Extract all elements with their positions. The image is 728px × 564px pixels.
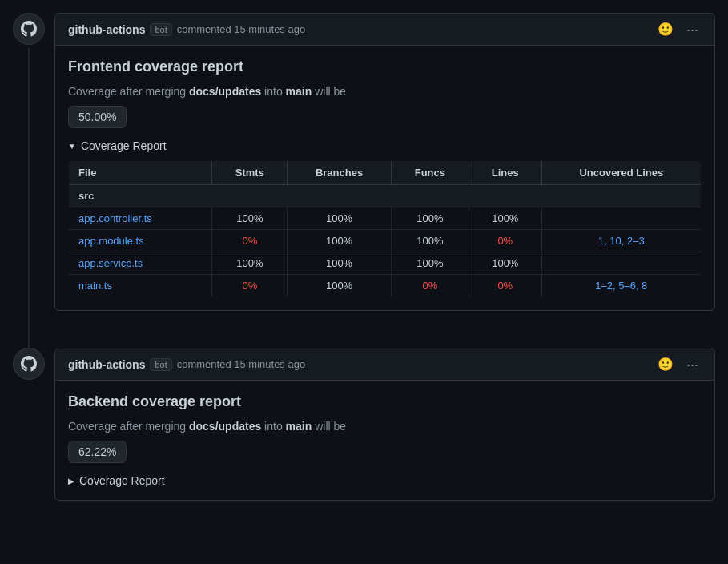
comment-header-left-1: github-actions bot commented 15 minutes … [68,23,305,36]
will-be-2: will be [315,420,346,433]
comment-body-2: Backend coverage report Coverage after m… [55,381,714,500]
left-spacer [13,324,45,348]
username-1: github-actions [68,23,145,36]
emoji-button-1[interactable]: 🙂 [654,20,677,38]
uncovered-link[interactable]: 5–6 [618,280,636,292]
connector-line [28,324,30,348]
details-section-2: ▶ Coverage Report [68,474,702,487]
comment-container-1: github-actions bot commented 15 minutes … [54,13,715,311]
comment-right-1: github-actions bot commented 15 minutes … [54,13,715,311]
comment-container-2: github-actions bot commented 15 minutes … [54,348,715,501]
timeline-left-1 [13,13,45,324]
github-icon-2 [21,356,37,372]
docs-updates-1: docs/updates [189,85,261,98]
triangle-icon-1: ▼ [68,142,76,151]
comment-body-1: Frontend coverage report Coverage after … [55,46,714,310]
coverage-label-1: Coverage after merging [68,85,186,98]
details-summary-2[interactable]: ▶ Coverage Report [68,474,702,487]
table-row: app.module.ts 0% 100% 100% 0% 1, 10, 2–3 [69,230,702,252]
table-row: app.controller.ts 100% 100% 100% 100% [69,207,702,230]
avatar-1 [13,13,45,45]
comment-header-right-1: 🙂 ··· [654,20,702,38]
uncovered-link[interactable]: 8 [642,280,647,292]
table-row: app.service.ts 100% 100% 100% 100% [69,252,702,275]
uncovered-link[interactable]: 10 [609,235,621,247]
coverage-badge-1: 50.00% [68,106,127,128]
more-button-2[interactable]: ··· [683,356,702,373]
more-button-1[interactable]: ··· [683,21,702,38]
coverage-label-2: Coverage after merging [68,420,186,433]
col-file: File [69,161,212,185]
comment-header-1: github-actions bot commented 15 minutes … [55,14,714,46]
timeline-item-2: github-actions bot commented 15 minutes … [0,348,728,514]
comment-right-2: github-actions bot commented 15 minutes … [54,348,715,501]
github-icon-1 [21,21,37,37]
uncovered-link[interactable]: 1–2 [595,280,613,292]
username-2: github-actions [68,358,145,371]
badge-2: bot [150,358,171,371]
comment-meta-2: commented 15 minutes ago [177,358,305,370]
uncovered-link[interactable]: 2–3 [627,235,645,247]
docs-updates-2: docs/updates [189,420,261,433]
main-2: main [286,420,312,433]
col-branches: Branches [288,161,391,185]
avatar-2 [13,348,45,380]
comment-meta-1: commented 15 minutes ago [177,23,305,35]
details-label-2: Coverage Report [79,474,165,487]
col-uncovered: Uncovered Lines [541,161,701,185]
triangle-icon-2: ▶ [68,477,74,485]
between-comments [0,324,728,348]
timeline-item-1: github-actions bot commented 15 minutes … [0,0,728,324]
emoji-button-2[interactable]: 🙂 [654,355,677,373]
badge-1: bot [150,23,171,36]
report-title-1: Frontend coverage report [68,58,702,75]
coverage-line-2: Coverage after merging docs/updates into… [68,420,702,433]
details-label-1: Coverage Report [81,139,167,152]
col-stmts: Stmts [212,161,288,185]
table-row: main.ts 0% 100% 0% 0% 1–2, 5–6, 8 [69,275,702,297]
report-title-2: Backend coverage report [68,393,702,410]
details-section-1: ▼ Coverage Report File Stmts Branches Fu… [68,139,702,297]
comment-header-2: github-actions bot commented 15 minutes … [55,348,714,381]
timeline-left-2 [13,348,45,501]
will-be-1: will be [315,85,346,98]
col-funcs: Funcs [391,161,469,185]
coverage-line-1: Coverage after merging docs/updates into… [68,85,702,98]
coverage-table-1: File Stmts Branches Funcs Lines Uncovere… [68,160,702,297]
src-row: src [69,185,702,207]
comment-header-left-2: github-actions bot commented 15 minutes … [68,358,305,371]
comment-header-right-2: 🙂 ··· [654,355,702,373]
timeline-line-1 [28,48,30,324]
col-lines: Lines [469,161,542,185]
main-1: main [286,85,312,98]
details-summary-1[interactable]: ▼ Coverage Report [68,139,702,152]
coverage-badge-2: 62.22% [68,441,127,463]
uncovered-link[interactable]: 1 [598,235,604,247]
